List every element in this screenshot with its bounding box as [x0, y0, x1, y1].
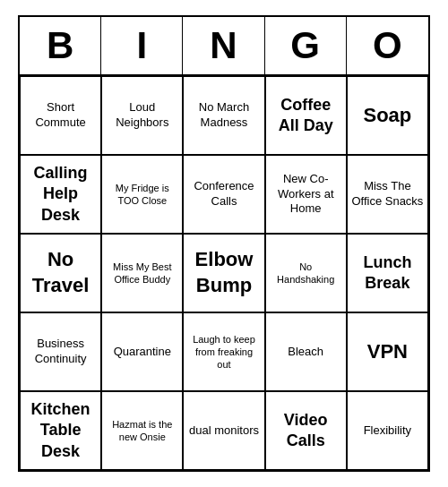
bingo-cell-0[interactable]: Short Commute	[20, 76, 101, 155]
bingo-cell-8[interactable]: New Co-Workers at Home	[265, 155, 347, 234]
bingo-cell-15[interactable]: Business Continuity	[20, 312, 101, 391]
bingo-cell-13[interactable]: No Handshaking	[265, 234, 347, 312]
bingo-cell-5[interactable]: Calling Help Desk	[20, 155, 101, 234]
bingo-cell-24[interactable]: Flexibility	[347, 391, 428, 470]
bingo-cell-12[interactable]: Elbow Bump	[183, 234, 264, 312]
bingo-cell-1[interactable]: Loud Neighbors	[101, 76, 183, 155]
bingo-cell-3[interactable]: Coffee All Day	[265, 76, 347, 155]
bingo-cell-16[interactable]: Quarantine	[101, 312, 183, 391]
bingo-letter-g: G	[265, 17, 347, 74]
bingo-cell-9[interactable]: Miss The Office Snacks	[347, 155, 428, 234]
bingo-letter-i: I	[101, 17, 183, 74]
bingo-cell-20[interactable]: Kitchen Table Desk	[20, 391, 101, 470]
bingo-cell-6[interactable]: My Fridge is TOO Close	[101, 155, 183, 234]
bingo-cell-21[interactable]: Hazmat is the new Onsie	[101, 391, 183, 470]
bingo-cell-11[interactable]: Miss My Best Office Buddy	[101, 234, 183, 312]
bingo-cell-7[interactable]: Conference Calls	[183, 155, 264, 234]
bingo-cell-17[interactable]: Laugh to keep from freaking out	[183, 312, 264, 391]
bingo-card: BINGO Short CommuteLoud NeighborsNo Marc…	[18, 15, 430, 472]
bingo-grid: Short CommuteLoud NeighborsNo March Madn…	[20, 76, 428, 470]
bingo-letter-o: O	[347, 17, 428, 74]
bingo-cell-23[interactable]: Video Calls	[265, 391, 347, 470]
bingo-cell-22[interactable]: dual monitors	[183, 391, 264, 470]
bingo-cell-19[interactable]: VPN	[347, 312, 428, 391]
bingo-letter-b: B	[20, 17, 101, 74]
bingo-letter-n: N	[183, 17, 264, 74]
bingo-cell-2[interactable]: No March Madness	[183, 76, 264, 155]
bingo-cell-4[interactable]: Soap	[347, 76, 428, 155]
bingo-cell-14[interactable]: Lunch Break	[347, 234, 428, 312]
bingo-cell-18[interactable]: Bleach	[265, 312, 347, 391]
bingo-cell-10[interactable]: No Travel	[20, 234, 101, 312]
bingo-header: BINGO	[20, 17, 428, 76]
